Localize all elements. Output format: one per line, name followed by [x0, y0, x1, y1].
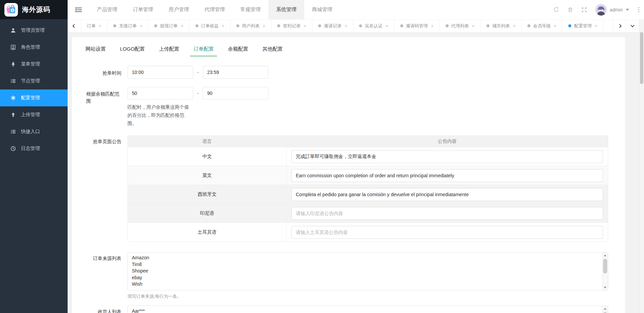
announcement-input[interactable] [291, 188, 603, 201]
sidebar-item[interactable]: 配置管理 [0, 89, 68, 106]
config-tab[interactable]: 网站设置 [82, 46, 109, 56]
open-tab[interactable]: 代理列表× [440, 20, 481, 32]
close-icon[interactable]: × [472, 23, 475, 29]
top-nav-item[interactable]: 代理管理 [197, 0, 233, 19]
scroll-up-icon[interactable] [602, 306, 608, 311]
balance-range-help: 匹配时，用户余额乘这两个值的百分比，即为匹配价格范围。 [127, 103, 190, 127]
language-cell: 土耳其语 [128, 223, 287, 242]
top-nav-item[interactable]: 用户管理 [161, 0, 197, 19]
topbar-action-icons [553, 7, 587, 12]
textarea-scrollbar[interactable] [602, 306, 608, 313]
open-tab[interactable]: 邀请记录× [312, 20, 353, 32]
grab-time-from-input[interactable] [127, 66, 193, 79]
chevron-right-icon[interactable] [613, 20, 626, 32]
order-sources-textarea[interactable]: AmazonTimllShopeeebayWish [127, 252, 608, 290]
sidebar-item[interactable]: 日志管理 [0, 140, 68, 157]
open-tab[interactable]: 配置管理× [563, 20, 603, 32]
close-icon[interactable]: × [181, 23, 183, 29]
announcement-input[interactable] [291, 150, 603, 163]
open-tab[interactable]: 用户列表× [231, 20, 271, 32]
textarea-scrollbar[interactable] [602, 253, 608, 290]
announcement-input[interactable] [291, 169, 603, 182]
chevron-down-icon[interactable] [626, 20, 639, 32]
open-tab[interactable]: 签到记录× [271, 20, 312, 32]
balance-range-from-input[interactable] [127, 87, 193, 100]
open-tab[interactable]: 实名认证× [353, 20, 394, 32]
close-icon[interactable]: × [513, 23, 516, 29]
sidebar-item[interactable]: 菜单管理 [0, 56, 68, 73]
top-nav-item[interactable]: 系统管理 [268, 0, 304, 19]
tab-label: 邀请码管理 [406, 23, 428, 29]
order-source-line: Wish [132, 281, 598, 288]
kebab-menu-icon[interactable] [638, 6, 640, 13]
tab-label: 用户列表 [242, 23, 260, 29]
close-icon[interactable]: × [222, 23, 224, 29]
config-tab[interactable]: 上传配置 [156, 46, 183, 56]
config-tab[interactable]: 其他配置 [259, 46, 286, 56]
close-icon[interactable]: × [431, 23, 434, 29]
sidebar-item[interactable]: 角色管理 [0, 39, 68, 56]
page-scrollbar-thumb[interactable] [640, 32, 643, 84]
close-icon[interactable]: × [595, 23, 597, 29]
sidebar-item[interactable]: 节点管理 [0, 73, 68, 89]
tree-icon [10, 61, 16, 67]
chevron-left-icon[interactable] [68, 20, 81, 32]
tab-label: 代理列表 [451, 23, 469, 29]
open-tab[interactable]: 订单收益× [190, 20, 231, 32]
table-row: 印尼语 [128, 204, 608, 223]
collapse-menu-icon[interactable] [68, 0, 89, 19]
close-icon[interactable]: × [554, 23, 556, 29]
scroll-up-icon[interactable] [602, 253, 608, 258]
scrollbar-thumb[interactable] [603, 259, 607, 273]
close-icon[interactable]: × [140, 23, 142, 29]
consignees-label: 收货人列表 [72, 306, 121, 313]
config-asterisk-icon [10, 95, 16, 101]
trash-icon[interactable] [568, 7, 573, 12]
language-cell: 英文 [128, 166, 287, 185]
app-window: $ 海外源码 管理员管理角色管理菜单管理节点管理配置管理上传管理快捷入口日志管理… [0, 0, 644, 313]
open-tab[interactable]: 充值订单× [108, 20, 148, 32]
consignees-textarea[interactable]: Aar*** [127, 306, 608, 313]
table-column-header: 公告内容 [287, 136, 608, 147]
config-tab[interactable]: LOGO配置 [117, 46, 148, 56]
tab-label: 充值订单 [119, 23, 137, 29]
open-tab[interactable]: 会员等级× [522, 20, 563, 32]
svg-text:$: $ [11, 8, 13, 12]
open-tab[interactable]: 城市列表× [481, 20, 522, 32]
order-source-line: Shopee [132, 268, 598, 275]
top-nav-item[interactable]: 订单管理 [125, 0, 161, 19]
top-nav-item[interactable]: 产品管理 [89, 0, 125, 19]
shopping-bags-icon: $ [4, 3, 18, 17]
user-menu[interactable]: admin [595, 4, 629, 16]
tab-label: 订单 [87, 23, 96, 29]
grab-time-to-input[interactable] [203, 66, 268, 79]
close-icon[interactable]: × [99, 23, 101, 29]
top-nav-item[interactable]: 商城管理 [304, 0, 340, 19]
close-icon[interactable]: × [344, 23, 347, 29]
fullscreen-icon[interactable] [581, 7, 587, 12]
tab-status-dot [400, 24, 403, 27]
scroll-down-icon[interactable] [602, 285, 608, 290]
avatar [595, 4, 607, 16]
tab-status-dot [277, 24, 280, 27]
close-icon[interactable]: × [385, 23, 388, 29]
announcement-input[interactable] [291, 207, 603, 220]
sidebar-item[interactable]: 管理员管理 [0, 22, 68, 39]
config-tab[interactable]: 余额配置 [224, 46, 252, 56]
open-tab[interactable]: 订单× [81, 20, 108, 32]
balance-range-to-input[interactable] [203, 87, 268, 100]
sidebar-item-label: 日志管理 [21, 146, 40, 152]
announcement-input[interactable] [291, 226, 603, 239]
open-tab[interactable]: 邀请码管理× [395, 20, 440, 32]
close-icon[interactable]: × [263, 23, 265, 29]
sidebar-item[interactable]: 快捷入口 [0, 123, 68, 140]
config-tab[interactable]: 订单配置 [190, 46, 217, 56]
refresh-icon[interactable] [553, 7, 559, 12]
brand[interactable]: $ 海外源码 [0, 0, 68, 19]
page-scrollbar[interactable] [639, 19, 644, 313]
close-icon[interactable]: × [304, 23, 306, 29]
open-tab[interactable]: 提现订单× [148, 20, 189, 32]
top-nav-item[interactable]: 常规管理 [233, 0, 268, 19]
sidebar-item[interactable]: 上传管理 [0, 106, 68, 123]
table-row: 英文 [128, 166, 608, 185]
